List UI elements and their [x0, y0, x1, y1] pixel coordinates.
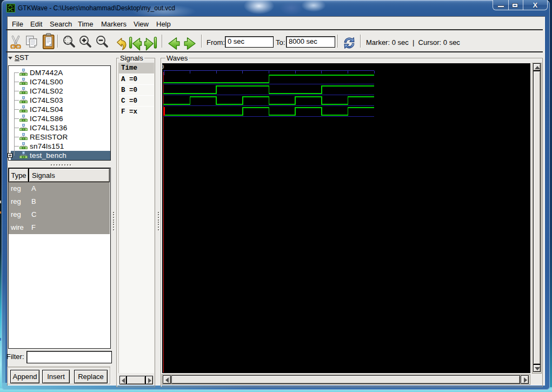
- svg-text:0: 0: [162, 64, 164, 70]
